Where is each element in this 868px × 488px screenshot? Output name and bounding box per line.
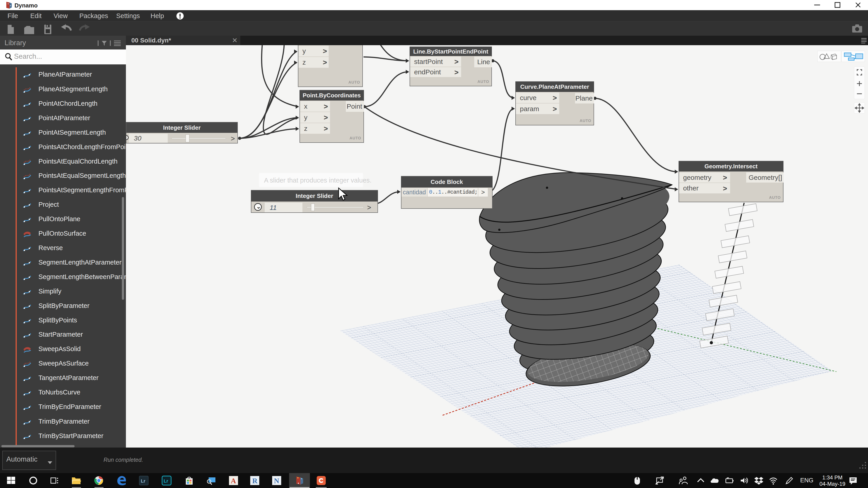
svg-text:A slider that produces integer: A slider that produces integer values. [264, 177, 372, 184]
svg-text:Lr: Lr [164, 479, 168, 484]
svg-text:Lr: Lr [141, 479, 145, 484]
svg-text:R: R [252, 477, 258, 485]
svg-text:N: N [274, 477, 279, 485]
svg-text:A: A [231, 477, 236, 485]
